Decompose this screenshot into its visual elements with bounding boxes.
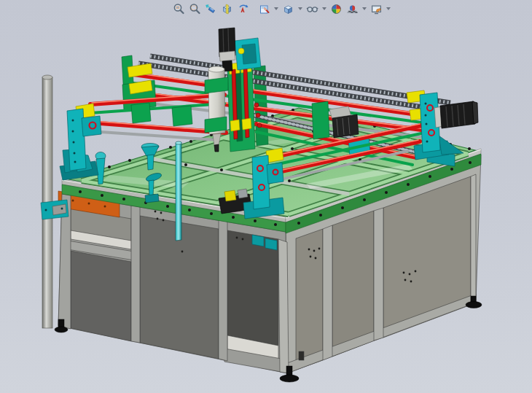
- dynamic-annotation-views-button[interactable]: [235, 2, 250, 16]
- slider-block[interactable]: [172, 106, 192, 126]
- view-settings-dropdown-arrow[interactable]: [385, 2, 391, 16]
- apply-scene-icon: [346, 3, 359, 15]
- display-style-icon: [282, 3, 294, 15]
- cad-viewport[interactable]: [0, 0, 532, 393]
- section-view-button[interactable]: [219, 2, 234, 16]
- display-style-dropdown-arrow[interactable]: [297, 2, 303, 16]
- view-settings-button[interactable]: [369, 2, 383, 16]
- left-upright[interactable]: [60, 109, 101, 180]
- view-orientation-dropdown-arrow[interactable]: [273, 2, 279, 16]
- previous-view-button[interactable]: [203, 2, 218, 16]
- hide-show-items-dropdown-arrow[interactable]: [321, 2, 327, 16]
- zoom-to-fit-button[interactable]: [171, 2, 186, 16]
- heads-up-view-toolbar: [171, 1, 391, 16]
- zoom-to-area-button[interactable]: [187, 2, 202, 16]
- section-view-icon: [221, 3, 233, 15]
- dynamic-annotation-views-icon: [237, 3, 249, 15]
- edit-appearance-icon: [330, 3, 343, 15]
- model-3d-cnc-machine[interactable]: [0, 0, 532, 393]
- z-top-bracket[interactable]: [235, 38, 261, 70]
- hide-show-items-button[interactable]: [305, 2, 319, 16]
- view-orientation-icon: [258, 3, 270, 15]
- zoom-to-area-icon: [189, 3, 201, 15]
- edit-appearance-button[interactable]: [329, 2, 343, 16]
- clamp-rod[interactable]: [176, 142, 181, 241]
- view-orientation-button[interactable]: [257, 2, 271, 16]
- x-drive-motor[interactable]: [434, 101, 478, 128]
- hide-show-items-icon: [306, 3, 318, 15]
- slider-block[interactable]: [131, 103, 151, 123]
- view-settings-icon: [370, 3, 383, 15]
- apply-scene-dropdown-arrow[interactable]: [361, 2, 367, 16]
- apply-scene-button[interactable]: [345, 2, 359, 16]
- zoom-to-fit-icon: [173, 3, 185, 15]
- vent-slot: [299, 351, 304, 360]
- z-carriage[interactable]: [205, 28, 262, 152]
- spindle-tip: [214, 144, 219, 152]
- display-style-button[interactable]: [281, 2, 295, 16]
- previous-view-icon: [205, 3, 217, 15]
